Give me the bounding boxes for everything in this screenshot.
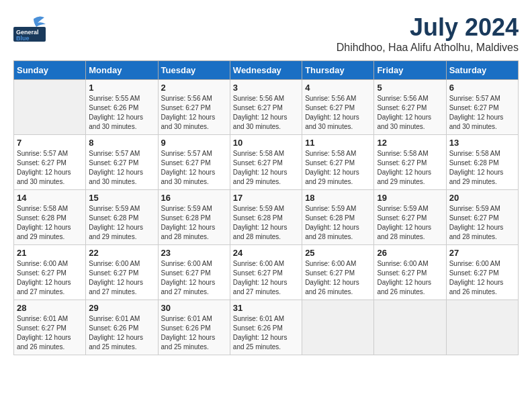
day-info: Sunrise: 6:00 AM Sunset: 6:27 PM Dayligh… (17, 259, 83, 297)
day-number: 20 (449, 193, 515, 203)
logo: General Blue (13, 13, 47, 46)
day-info: Sunrise: 6:00 AM Sunset: 6:27 PM Dayligh… (377, 259, 443, 297)
calendar-cell: 8Sunrise: 5:57 AM Sunset: 6:27 PM Daylig… (86, 135, 158, 190)
logo-icon: General Blue (13, 13, 47, 44)
day-info: Sunrise: 6:00 AM Sunset: 6:27 PM Dayligh… (305, 259, 371, 297)
day-info: Sunrise: 5:56 AM Sunset: 6:27 PM Dayligh… (305, 94, 371, 132)
calendar-cell: 11Sunrise: 5:58 AM Sunset: 6:27 PM Dayli… (302, 135, 374, 190)
day-number: 3 (233, 83, 299, 93)
day-number: 29 (89, 303, 154, 313)
day-number: 21 (17, 248, 83, 258)
day-info: Sunrise: 5:59 AM Sunset: 6:28 PM Dayligh… (233, 204, 299, 242)
day-info: Sunrise: 5:59 AM Sunset: 6:27 PM Dayligh… (377, 204, 443, 242)
day-info: Sunrise: 5:58 AM Sunset: 6:28 PM Dayligh… (449, 149, 515, 187)
calendar-cell (302, 300, 374, 355)
day-info: Sunrise: 5:58 AM Sunset: 6:27 PM Dayligh… (233, 149, 299, 187)
calendar-cell: 31Sunrise: 6:01 AM Sunset: 6:26 PM Dayli… (230, 300, 302, 355)
calendar-cell: 2Sunrise: 5:56 AM Sunset: 6:27 PM Daylig… (158, 80, 230, 135)
month-title: July 2024 (337, 13, 519, 42)
day-number: 27 (449, 248, 515, 258)
day-number: 13 (449, 138, 515, 148)
day-info: Sunrise: 5:55 AM Sunset: 6:26 PM Dayligh… (89, 94, 154, 132)
calendar-cell: 26Sunrise: 6:00 AM Sunset: 6:27 PM Dayli… (374, 245, 446, 300)
day-info: Sunrise: 5:59 AM Sunset: 6:27 PM Dayligh… (449, 204, 515, 242)
day-number: 8 (89, 138, 154, 148)
day-info: Sunrise: 5:59 AM Sunset: 6:28 PM Dayligh… (161, 204, 227, 242)
calendar-cell: 25Sunrise: 6:00 AM Sunset: 6:27 PM Dayli… (302, 245, 374, 300)
day-info: Sunrise: 6:00 AM Sunset: 6:27 PM Dayligh… (89, 259, 154, 297)
day-number: 1 (89, 83, 154, 93)
svg-text:Blue: Blue (16, 35, 30, 42)
day-info: Sunrise: 5:59 AM Sunset: 6:28 PM Dayligh… (305, 204, 371, 242)
calendar-cell: 15Sunrise: 5:59 AM Sunset: 6:28 PM Dayli… (86, 190, 158, 245)
day-info: Sunrise: 5:57 AM Sunset: 6:27 PM Dayligh… (161, 149, 227, 187)
day-number: 18 (305, 193, 371, 203)
day-number: 23 (161, 248, 227, 258)
calendar-cell: 16Sunrise: 5:59 AM Sunset: 6:28 PM Dayli… (158, 190, 230, 245)
day-number: 7 (17, 138, 83, 148)
calendar-cell (446, 300, 518, 355)
calendar-cell (14, 80, 86, 135)
day-header-saturday: Saturday (446, 61, 518, 80)
calendar-cell: 6Sunrise: 5:57 AM Sunset: 6:27 PM Daylig… (446, 80, 518, 135)
day-info: Sunrise: 5:58 AM Sunset: 6:27 PM Dayligh… (305, 149, 371, 187)
day-header-thursday: Thursday (302, 61, 374, 80)
calendar-cell: 24Sunrise: 6:00 AM Sunset: 6:27 PM Dayli… (230, 245, 302, 300)
calendar-cell (374, 300, 446, 355)
calendar-cell: 20Sunrise: 5:59 AM Sunset: 6:27 PM Dayli… (446, 190, 518, 245)
day-number: 24 (233, 248, 299, 258)
calendar-header-row: SundayMondayTuesdayWednesdayThursdayFrid… (14, 61, 519, 80)
calendar-week-4: 21Sunrise: 6:00 AM Sunset: 6:27 PM Dayli… (14, 245, 519, 300)
day-number: 31 (233, 303, 299, 313)
day-header-monday: Monday (86, 61, 158, 80)
day-header-sunday: Sunday (14, 61, 86, 80)
day-number: 10 (233, 138, 299, 148)
day-number: 22 (89, 248, 154, 258)
calendar-table: SundayMondayTuesdayWednesdayThursdayFrid… (13, 60, 519, 355)
calendar-cell: 27Sunrise: 6:00 AM Sunset: 6:27 PM Dayli… (446, 245, 518, 300)
day-info: Sunrise: 6:01 AM Sunset: 6:26 PM Dayligh… (161, 314, 227, 352)
day-number: 5 (377, 83, 443, 93)
day-number: 4 (305, 83, 371, 93)
day-header-tuesday: Tuesday (158, 61, 230, 80)
calendar-cell: 30Sunrise: 6:01 AM Sunset: 6:26 PM Dayli… (158, 300, 230, 355)
calendar-cell: 21Sunrise: 6:00 AM Sunset: 6:27 PM Dayli… (14, 245, 86, 300)
day-info: Sunrise: 5:57 AM Sunset: 6:27 PM Dayligh… (449, 94, 515, 132)
calendar-cell: 12Sunrise: 5:58 AM Sunset: 6:27 PM Dayli… (374, 135, 446, 190)
calendar-cell: 4Sunrise: 5:56 AM Sunset: 6:27 PM Daylig… (302, 80, 374, 135)
calendar-cell: 22Sunrise: 6:00 AM Sunset: 6:27 PM Dayli… (86, 245, 158, 300)
day-number: 17 (233, 193, 299, 203)
day-info: Sunrise: 5:58 AM Sunset: 6:27 PM Dayligh… (377, 149, 443, 187)
day-header-friday: Friday (374, 61, 446, 80)
calendar-cell: 28Sunrise: 6:01 AM Sunset: 6:27 PM Dayli… (14, 300, 86, 355)
calendar-cell: 10Sunrise: 5:58 AM Sunset: 6:27 PM Dayli… (230, 135, 302, 190)
calendar-cell: 9Sunrise: 5:57 AM Sunset: 6:27 PM Daylig… (158, 135, 230, 190)
page-header: General Blue July 2024 Dhihdhoo, Haa Ali… (13, 13, 519, 54)
day-info: Sunrise: 5:59 AM Sunset: 6:28 PM Dayligh… (89, 204, 154, 242)
calendar-cell: 23Sunrise: 6:00 AM Sunset: 6:27 PM Dayli… (158, 245, 230, 300)
day-header-wednesday: Wednesday (230, 61, 302, 80)
day-info: Sunrise: 6:00 AM Sunset: 6:27 PM Dayligh… (233, 259, 299, 297)
day-number: 19 (377, 193, 443, 203)
calendar-cell: 17Sunrise: 5:59 AM Sunset: 6:28 PM Dayli… (230, 190, 302, 245)
calendar-week-3: 14Sunrise: 5:58 AM Sunset: 6:28 PM Dayli… (14, 190, 519, 245)
day-info: Sunrise: 5:56 AM Sunset: 6:27 PM Dayligh… (377, 94, 443, 132)
day-number: 26 (377, 248, 443, 258)
calendar-week-5: 28Sunrise: 6:01 AM Sunset: 6:27 PM Dayli… (14, 300, 519, 355)
calendar-cell: 1Sunrise: 5:55 AM Sunset: 6:26 PM Daylig… (86, 80, 158, 135)
day-info: Sunrise: 5:57 AM Sunset: 6:27 PM Dayligh… (89, 149, 154, 187)
day-info: Sunrise: 6:01 AM Sunset: 6:26 PM Dayligh… (233, 314, 299, 352)
calendar-cell: 7Sunrise: 5:57 AM Sunset: 6:27 PM Daylig… (14, 135, 86, 190)
day-number: 12 (377, 138, 443, 148)
day-number: 28 (17, 303, 83, 313)
day-number: 25 (305, 248, 371, 258)
title-block: July 2024 Dhihdhoo, Haa Alifu Atholhu, M… (337, 13, 519, 54)
calendar-cell: 29Sunrise: 6:01 AM Sunset: 6:26 PM Dayli… (86, 300, 158, 355)
day-number: 6 (449, 83, 515, 93)
day-number: 30 (161, 303, 227, 313)
day-info: Sunrise: 6:00 AM Sunset: 6:27 PM Dayligh… (449, 259, 515, 297)
day-info: Sunrise: 6:01 AM Sunset: 6:26 PM Dayligh… (89, 314, 154, 352)
calendar-week-2: 7Sunrise: 5:57 AM Sunset: 6:27 PM Daylig… (14, 135, 519, 190)
calendar-cell: 19Sunrise: 5:59 AM Sunset: 6:27 PM Dayli… (374, 190, 446, 245)
calendar-cell: 5Sunrise: 5:56 AM Sunset: 6:27 PM Daylig… (374, 80, 446, 135)
